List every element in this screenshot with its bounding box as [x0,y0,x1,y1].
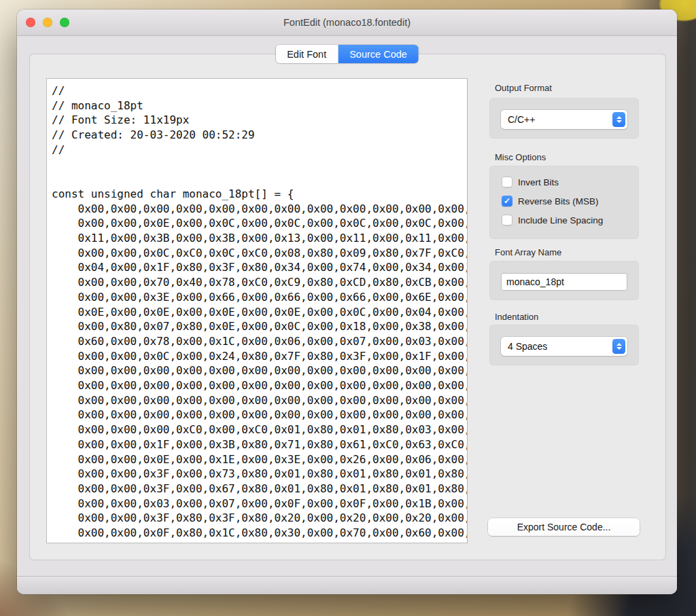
indentation-popup[interactable]: 4 Spaces [501,337,627,356]
include-line-spacing-checkbox[interactable] [502,215,512,225]
export-source-code-button[interactable]: Export Source Code... [488,518,640,536]
indentation-value: 4 Spaces [508,341,547,352]
tab-bar: Edit Font Source Code [275,45,419,63]
font-array-name-input[interactable] [501,273,627,291]
tab-source-code[interactable]: Source Code [338,45,419,63]
include-line-spacing-label: Include Line Spacing [518,215,603,225]
close-button[interactable] [26,18,35,27]
output-format-label: Output Format [495,83,552,93]
traffic-lights [26,18,69,27]
checkbox-row-reverse-bits[interactable]: Reverse Bits (MSB) [502,194,599,209]
misc-options-label: Misc Options [495,152,546,162]
source-code-text: // // monaco_18pt // Font Size: 11x19px … [47,79,467,543]
chevron-up-down-icon[interactable] [612,112,625,127]
font-array-name-label: Font Array Name [495,247,561,257]
reverse-bits-label: Reverse Bits (MSB) [518,196,599,206]
reverse-bits-checkbox[interactable] [502,196,512,206]
window-titlebar[interactable]: FontEdit (monaco18.fontedit) [17,10,677,36]
fontedit-window: FontEdit (monaco18.fontedit) Edit Font S… [17,10,677,594]
checkbox-row-invert-bits[interactable]: Invert Bits [502,175,559,189]
invert-bits-checkbox[interactable] [502,177,512,187]
window-footer [17,576,677,594]
chevron-up-down-icon[interactable] [612,339,625,354]
zoom-button[interactable] [60,18,69,27]
output-format-popup[interactable]: C/C++ [501,110,627,129]
tab-edit-font[interactable]: Edit Font [275,45,338,63]
output-format-value: C/C++ [508,114,535,125]
indentation-label: Indentation [495,312,538,322]
window-title: FontEdit (monaco18.fontedit) [283,17,411,28]
minimize-button[interactable] [43,18,52,27]
invert-bits-label: Invert Bits [518,177,559,187]
source-code-view[interactable]: // // monaco_18pt // Font Size: 11x19px … [46,78,468,543]
checkbox-row-include-line-spacing[interactable]: Include Line Spacing [502,213,603,228]
